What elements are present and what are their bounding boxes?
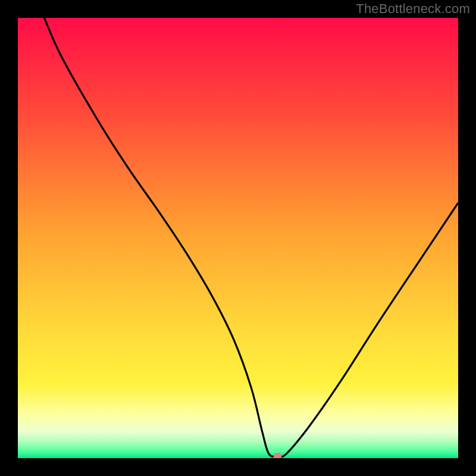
gradient-background bbox=[18, 18, 458, 458]
watermark-text: TheBottleneck.com bbox=[356, 1, 470, 17]
chart-frame: TheBottleneck.com bbox=[0, 0, 476, 476]
plot-area bbox=[18, 18, 458, 458]
plot-svg bbox=[18, 18, 458, 458]
